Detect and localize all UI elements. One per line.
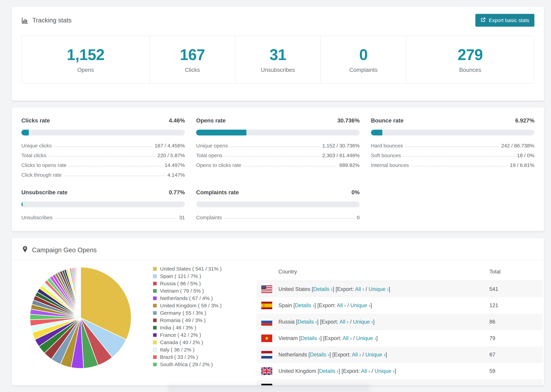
legend-item-italy[interactable]: Italy ( 36 / 2% ) — [153, 346, 237, 353]
geo-table-body: United States [Details ›] [Export: All ›… — [256, 281, 543, 385]
rate-head: Bounce rate6.927% — [371, 117, 534, 124]
progress-fill — [196, 130, 247, 135]
legend-item-france[interactable]: France ( 42 / 2% ) — [153, 331, 237, 339]
stat-value: 0 — [359, 46, 367, 64]
legend-swatch — [153, 318, 157, 322]
rates-grid: Clicks rate4.46%Unique clicks167 / 4.456… — [12, 107, 544, 231]
rate-row: Opens to clicks rate689.82% — [196, 159, 360, 169]
rate-title: Complaints rate — [196, 189, 239, 196]
geo-table: Country Total United States [Details ›] … — [256, 263, 543, 385]
export-unique-link[interactable]: Unique › — [356, 335, 376, 341]
export-unique-link[interactable]: Unique › — [374, 368, 395, 374]
bracket: ] — [333, 286, 334, 292]
bracket: ] — [389, 286, 390, 292]
legend-item-united-kingdom[interactable]: United Kingdom ( 59 / 3% ) — [153, 302, 237, 309]
legend-label: United Kingdom ( 59 / 3% ) — [160, 303, 222, 308]
rate-block-unsubscribe-rate: Unsubscribe rate0.77%Unsubscribes31 — [21, 189, 185, 221]
dotted-leader — [224, 218, 354, 219]
legend-swatch — [153, 304, 157, 308]
bracket: ] — [317, 319, 319, 325]
export-all-link[interactable]: All › — [361, 368, 370, 374]
table-header-country: Country — [273, 263, 489, 281]
legend-item-spain[interactable]: Spain ( 121 / 7% ) — [153, 273, 237, 280]
stat-label: Complaints — [349, 67, 377, 73]
export-label: [Export: — [342, 368, 361, 374]
rate-row: Soft bounces18 / 0% — [371, 149, 534, 159]
export-unique-link[interactable]: Unique › — [350, 302, 370, 308]
total-value: 86 — [489, 314, 543, 330]
stat-cell-unsubscribes: 31Unsubscribes — [235, 36, 320, 83]
details-link[interactable]: Details › — [319, 368, 339, 374]
export-all-link[interactable]: All › — [337, 302, 346, 308]
country-name: Netherlands — [278, 352, 307, 358]
dotted-leader — [230, 147, 320, 147]
tracking-stats-title-row: Tracking stats — [21, 17, 71, 24]
export-all-link[interactable]: All › — [343, 335, 352, 341]
details-link[interactable]: Details › — [301, 335, 320, 341]
legend-item-germany[interactable]: Germany ( 55 / 3% ) — [153, 309, 237, 317]
bracket: ] — [314, 302, 316, 308]
slash: / — [364, 286, 369, 292]
legend-swatch — [153, 311, 157, 315]
legend-label: France ( 42 / 2% ) — [160, 332, 201, 338]
legend-item-russia[interactable]: Russia ( 86 / 5% ) — [153, 280, 237, 287]
geo-opens-pie-chart — [28, 265, 134, 371]
rate-row: Unique opens1,152 / 30.736% — [196, 140, 360, 149]
dotted-leader — [55, 218, 177, 219]
details-link[interactable]: Details › — [313, 286, 333, 292]
stat-cell-complaints: 0Complaints — [320, 36, 406, 83]
export-unique-link[interactable]: Unique › — [353, 319, 373, 325]
bracket: ] — [329, 352, 331, 358]
details-link[interactable]: Details › — [295, 302, 315, 308]
export-all-link[interactable]: All › — [339, 319, 349, 325]
stat-label: Opens — [77, 67, 94, 73]
legend-item-vietnam[interactable]: Vietnam ( 79 / 5% ) — [153, 287, 237, 294]
export-all-link[interactable]: All › — [352, 352, 361, 358]
rate-row-value: 242 / 86.738% — [501, 143, 534, 149]
legend-swatch — [153, 326, 157, 330]
export-label: [Export: — [320, 319, 339, 325]
legend-label: Vietnam ( 79 / 5% ) — [160, 288, 204, 294]
export-unique-link[interactable]: Unique › — [365, 352, 385, 358]
legend-swatch — [153, 281, 157, 286]
legend-item-canada[interactable]: Canada ( 40 / 2% ) — [153, 339, 237, 346]
summary-stats-row: 1,152Opens167Clicks31Unsubscribes0Compla… — [21, 35, 534, 84]
stat-value: 167 — [180, 46, 205, 64]
legend-swatch — [153, 333, 157, 337]
rate-row-label: Hard bounces — [371, 143, 403, 149]
details-link[interactable]: Details › — [297, 319, 317, 325]
country-name: Spain — [278, 302, 292, 308]
progress-bar — [196, 202, 360, 207]
dotted-leader — [64, 176, 165, 176]
table-row-gb: United Kingdom [Details ›] [Export: All … — [256, 363, 543, 379]
stat-value: 31 — [269, 46, 286, 64]
rate-value: 4.46% — [169, 117, 185, 124]
export-unique-link[interactable]: Unique › — [369, 286, 389, 292]
rate-rows: Unsubscribes31 — [21, 211, 185, 221]
stat-cell-clicks: 167Clicks — [149, 36, 235, 83]
legend-swatch — [153, 362, 157, 366]
legend-item-netherlands[interactable]: Netherlands ( 67 / 4% ) — [153, 294, 237, 302]
location-pin-icon — [22, 246, 28, 254]
country-cell: Netherlands [Details ›] [Export: All › /… — [273, 347, 489, 363]
legend-item-brazil[interactable]: Brazil ( 33 / 2% ) — [153, 353, 237, 361]
rate-rows: Complaints0 — [196, 211, 360, 221]
country-cell: Vietnam [Details ›] [Export: All › / Uni… — [273, 330, 489, 347]
flag-cell — [256, 330, 273, 347]
rate-row-value: 220 / 5.87% — [157, 153, 185, 158]
bracket: [ — [296, 319, 297, 325]
page-title: Tracking stats — [32, 17, 71, 24]
details-link[interactable]: Details › — [310, 352, 329, 358]
legend-item-romania[interactable]: Romania ( 49 / 3% ) — [153, 317, 237, 324]
legend-item-south-africa[interactable]: South Africa ( 29 / 2% ) — [153, 361, 237, 368]
legend-item-india[interactable]: India ( 46 / 3% ) — [153, 324, 237, 331]
pie-svg — [28, 265, 134, 371]
export-all-link[interactable]: All › — [355, 286, 364, 292]
legend-label: Italy ( 36 / 2% ) — [160, 347, 195, 353]
table-row-nl: Netherlands [Details ›] [Export: All › /… — [256, 347, 543, 363]
country-flag-nl-icon — [261, 351, 272, 358]
legend-item-united-states[interactable]: United States ( 541 / 31% ) — [153, 265, 237, 273]
pie-legend: United States ( 541 / 31% )Spain ( 121 /… — [153, 265, 237, 368]
bracket: ] — [373, 319, 374, 325]
export-basic-stats-button[interactable]: Export basic stats — [475, 14, 534, 27]
